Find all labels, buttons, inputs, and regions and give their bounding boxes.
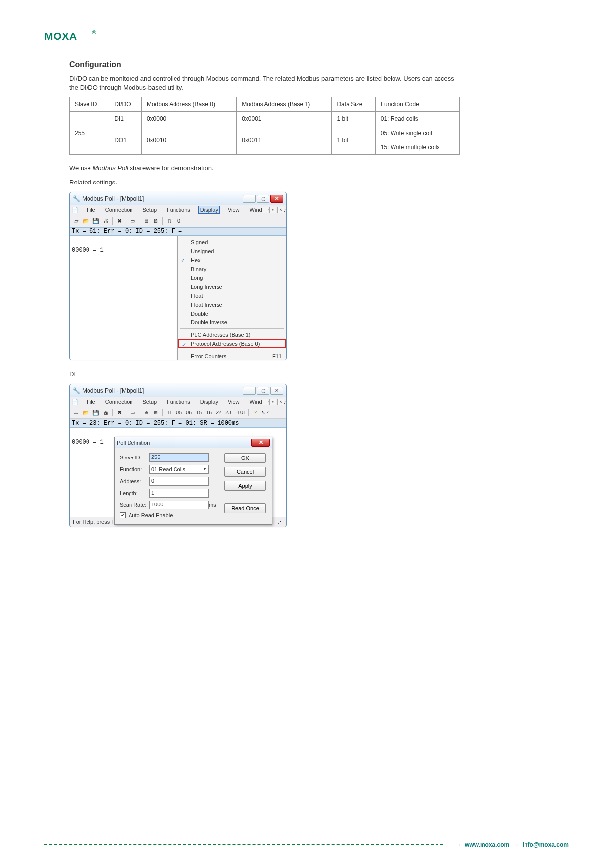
pulse-icon[interactable]: ⎍	[165, 408, 174, 417]
dialog-close-button[interactable]: ✕	[251, 439, 270, 447]
dialog-titlebar[interactable]: Poll Definition ✕	[115, 437, 272, 448]
monitor-icon[interactable]: 🖥	[141, 408, 150, 417]
dd-binary[interactable]: Binary	[178, 265, 286, 274]
maximize-button[interactable]: ▢	[257, 195, 269, 203]
cancel-button[interactable]: Cancel	[224, 467, 266, 477]
menu-connection[interactable]: Connection	[103, 206, 135, 214]
length-input[interactable]: 1	[149, 489, 209, 498]
window-titlebar[interactable]: 🔧Modbus Poll - [Mbpoll1] – ▢ ✕	[70, 192, 286, 205]
save-icon[interactable]: 💾	[91, 408, 100, 417]
minimize-button[interactable]: –	[243, 387, 256, 395]
chevron-down-icon: ▼	[201, 467, 207, 471]
scan-rate-input[interactable]: 1000	[149, 501, 209, 509]
dd-error-counters[interactable]: Error CountersF11	[178, 352, 286, 360]
menu-view[interactable]: View	[226, 206, 242, 214]
mdi-close-button[interactable]: ×	[277, 207, 284, 213]
footer-url: www.moxa.com	[465, 841, 509, 848]
dd-plc-addr[interactable]: PLC Addresses (Base 1)	[178, 330, 286, 339]
slave-id-input[interactable]: 255	[149, 453, 209, 462]
copy-icon[interactable]: ▭	[128, 216, 137, 225]
dd-double[interactable]: Double	[178, 309, 286, 318]
new-icon[interactable]: ▱	[72, 408, 81, 417]
fc-23[interactable]: 23	[224, 408, 233, 417]
menu-display[interactable]: Display	[198, 206, 220, 214]
col-dido: DI/DO	[109, 97, 142, 112]
mdi-restore-button[interactable]: ▫	[269, 207, 276, 213]
copy-icon[interactable]: ▭	[128, 408, 137, 417]
scan-rate-label: Scan Rate:	[120, 502, 149, 508]
menu-setup[interactable]: Setup	[140, 206, 159, 214]
auto-read-label: Auto Read Enable	[129, 512, 173, 518]
mdi-close-button[interactable]: ×	[277, 399, 284, 405]
dd-float-inverse[interactable]: Float Inverse	[178, 300, 286, 309]
dd-long-inverse[interactable]: Long Inverse	[178, 282, 286, 291]
window-titlebar[interactable]: 🔧Modbus Poll - [Mbpoll1] – ▢ ✕	[70, 384, 286, 397]
menubar: 📄 File Connection Setup Functions Displa…	[70, 397, 286, 407]
fc-101[interactable]: 101	[237, 408, 246, 417]
new-icon[interactable]: ▱	[72, 216, 81, 225]
resize-grip-icon[interactable]: ⋰	[278, 519, 283, 525]
help-icon[interactable]: ?	[251, 408, 260, 417]
mdi-minimize-button[interactable]: –	[262, 207, 268, 213]
auto-read-checkbox[interactable]: ✔	[120, 512, 126, 518]
doc2-icon[interactable]: 🗎	[151, 408, 160, 417]
dd-protocol-addr[interactable]: ✓Protocol Addresses (Base 0)	[178, 339, 286, 348]
cut-icon[interactable]: ✖	[115, 408, 124, 417]
cut-icon[interactable]: ✖	[115, 216, 124, 225]
app-icon: 🔧	[73, 195, 80, 202]
menu-file[interactable]: File	[85, 398, 97, 406]
doc2-icon[interactable]: 🗎	[151, 216, 160, 225]
doc-icon: 📄	[72, 207, 79, 213]
pulse-icon[interactable]: ⎍	[165, 216, 174, 225]
monitor-icon[interactable]: 🖥	[141, 216, 150, 225]
menu-functions[interactable]: Functions	[165, 206, 192, 214]
menu-file[interactable]: File	[85, 206, 97, 214]
menu-functions[interactable]: Functions	[165, 398, 192, 406]
col-b0: Modbus Address (Base 0)	[141, 97, 236, 112]
fc-22[interactable]: 22	[214, 408, 223, 417]
window-title: Modbus Poll - [Mbpoll1]	[82, 195, 144, 202]
dd-double-inverse[interactable]: Double Inverse	[178, 318, 286, 327]
mdi-restore-button[interactable]: ▫	[269, 399, 276, 405]
minimize-button[interactable]: –	[243, 195, 256, 203]
function-select[interactable]: 01 Read Coils▼	[149, 465, 209, 474]
arrow-icon: →	[513, 841, 519, 848]
read-once-button[interactable]: Read Once	[224, 503, 266, 513]
fc-06[interactable]: 06	[184, 408, 193, 417]
apply-button[interactable]: Apply	[224, 481, 266, 491]
dd-signed[interactable]: Signed	[178, 238, 286, 247]
close-button[interactable]: ✕	[270, 195, 283, 203]
dd-unsigned[interactable]: Unsigned	[178, 247, 286, 256]
toolbar: ▱ 📂 💾 🖨 ✖ ▭ 🖥 🗎 ⎍ 05 06 15 16 22 23	[70, 407, 286, 419]
dd-float[interactable]: Float	[178, 291, 286, 300]
print-icon[interactable]: 🖨	[101, 408, 110, 417]
page-heading: Configuration	[69, 60, 460, 69]
dd-long[interactable]: Long	[178, 274, 286, 282]
dd-hex[interactable]: ✓Hex	[178, 256, 286, 265]
svg-text:MOXA: MOXA	[44, 30, 77, 42]
menu-view[interactable]: View	[226, 398, 242, 406]
zero-icon[interactable]: 0	[175, 216, 183, 225]
check-icon: ✓	[182, 342, 186, 348]
status-line: Tx = 61: Err = 0: ID = 255: F =	[70, 227, 286, 236]
menu-connection[interactable]: Connection	[103, 398, 135, 406]
ok-button[interactable]: OK	[224, 453, 266, 463]
save-icon[interactable]: 💾	[91, 216, 100, 225]
fc-05[interactable]: 05	[175, 408, 183, 417]
open-icon[interactable]: 📂	[82, 216, 90, 225]
fc-15[interactable]: 15	[194, 408, 203, 417]
open-icon[interactable]: 📂	[82, 408, 90, 417]
menu-display[interactable]: Display	[198, 398, 220, 406]
whats-this-icon[interactable]: ↖?	[261, 408, 269, 417]
mdi-minimize-button[interactable]: –	[262, 399, 268, 405]
close-button[interactable]: ✕	[270, 387, 283, 395]
length-label: Length:	[120, 490, 149, 496]
menu-setup[interactable]: Setup	[140, 398, 159, 406]
col-fc: Function Code	[375, 97, 459, 112]
print-icon[interactable]: 🖨	[101, 216, 110, 225]
address-input[interactable]: 0	[149, 477, 209, 486]
fc-16[interactable]: 16	[204, 408, 213, 417]
table-row: 255 DI1 0x0000 0x0001 1 bit 01: Read coi…	[70, 112, 460, 126]
maximize-button[interactable]: ▢	[257, 387, 269, 395]
table-row: DO1 0x0010 0x0011 1 bit 05: Write single…	[70, 126, 460, 140]
